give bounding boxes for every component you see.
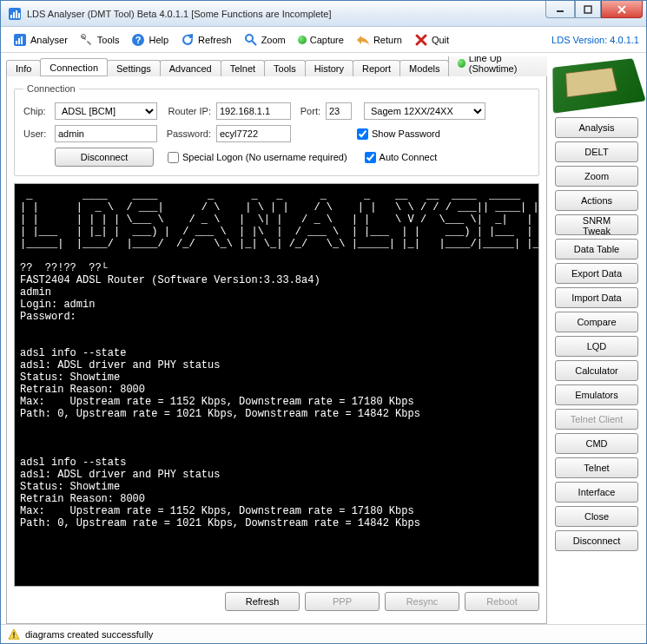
capture-icon [298,36,307,44]
quit-button[interactable]: Quit [409,30,454,49]
connection-legend: Connection [23,83,79,94]
svg-rect-9 [18,38,20,44]
side-cmd[interactable]: CMD [555,433,638,454]
svg-point-14 [246,35,253,42]
side-lqd[interactable]: LQD [555,336,638,357]
quit-icon [414,33,428,47]
side-compare[interactable]: Compare [555,312,638,332]
side-disconnect[interactable]: Disconnect [555,530,638,551]
side-telnet[interactable]: Telnet [555,457,638,478]
router-label: Router IP: [162,106,211,116]
side-export[interactable]: Export Data [555,263,638,284]
refresh-icon [181,33,195,47]
svg-rect-1 [10,15,12,18]
chip-label: Chip: [23,106,50,116]
side-calculator[interactable]: Calculator [555,360,638,381]
side-datatable[interactable]: Data Table [555,239,638,260]
return-button[interactable]: Return [351,30,407,49]
tab-advanced[interactable]: Advanced [160,60,221,76]
tab-models[interactable]: Models [399,60,449,76]
side-actions[interactable]: Actions [555,190,638,211]
password-input[interactable] [216,125,291,142]
analyser-button[interactable]: Analyser [8,30,73,49]
side-interface[interactable]: Interface [555,482,638,503]
side-close[interactable]: Close [555,506,638,527]
connection-group: Connection Chip: ADSL [BCM] Router IP: P… [14,83,539,176]
zoom-icon [244,33,258,47]
side-snrm[interactable]: SNRM Tweak [555,214,638,235]
capture-button[interactable]: Capture [293,32,349,48]
ppp-button[interactable]: PPP [305,592,380,611]
svg-line-15 [252,41,256,45]
side-emulators[interactable]: Emulators [555,384,638,405]
toolbar: Analyser Tools ?Help Refresh Zoom Captur… [1,27,646,53]
help-button[interactable]: ?Help [126,30,174,49]
wrench-icon [80,33,94,47]
status-text: diagrams created successfully [25,629,153,640]
status-dot-icon [458,59,465,68]
refresh-button[interactable]: Refresh [175,30,237,49]
tab-telnet[interactable]: Telnet [221,60,265,76]
svg-rect-4 [18,13,20,18]
model-select[interactable]: Sagem 12XX/24XX [364,102,485,120]
sidebar: Analysis DELT Zoom Actions SNRM Tweak Da… [552,56,641,624]
side-zoom[interactable]: Zoom [555,166,638,187]
user-label: User: [23,128,50,139]
svg-rect-5 [557,10,564,12]
window-title: LDS Analyser (DMT Tool) Beta 4.0.1.1 [So… [27,9,545,19]
reboot-button[interactable]: Reboot [465,592,539,611]
tab-history[interactable]: History [305,60,353,76]
tools-button[interactable]: Tools [75,30,125,49]
warning-icon [8,628,20,641]
version-label: LDS Version: 4.0.1.1 [551,35,639,45]
tab-connection[interactable]: Connection [40,58,108,76]
svg-rect-10 [21,36,23,44]
help-icon: ? [131,33,145,47]
side-analysis[interactable]: Analysis [555,117,638,138]
port-input[interactable] [326,102,352,120]
tab-tools[interactable]: Tools [264,60,306,76]
close-button[interactable] [601,1,643,18]
svg-rect-17 [13,636,14,637]
terminal-output[interactable]: _ ____ ____ _ _ _ _ _ __ __ ____ _____ _… [14,183,539,587]
maximize-button[interactable] [575,1,601,18]
router-ip-input[interactable] [216,102,291,120]
show-password-checkbox[interactable]: Show Password [357,128,440,140]
zoom-button[interactable]: Zoom [239,30,291,49]
port-label: Port: [296,106,320,116]
svg-rect-8 [16,41,17,44]
svg-rect-6 [584,6,591,13]
user-input[interactable] [55,125,157,142]
bottom-buttons: Refresh PPP Resync Reboot [14,587,539,616]
side-telnet-client[interactable]: Telnet Client [555,409,638,430]
titlebar: LDS Analyser (DMT Tool) Beta 4.0.1.1 [So… [1,1,646,27]
minimize-button[interactable] [545,1,575,18]
tab-report[interactable]: Report [353,60,400,76]
chart-icon [13,33,27,47]
resync-button[interactable]: Resync [385,592,459,611]
pcb-image [552,58,645,114]
tab-lineup[interactable]: Line Up (Showtime) [448,56,547,76]
tab-info[interactable]: Info [6,60,41,76]
tab-bar: Info Connection Settings Advanced Telnet… [6,56,547,76]
chip-select[interactable]: ADSL [BCM] [55,102,157,120]
disconnect-button[interactable]: Disconnect [55,148,154,167]
svg-text:?: ? [135,35,142,45]
return-icon [356,33,370,47]
svg-rect-2 [13,12,15,18]
app-icon [8,7,22,21]
auto-connect-checkbox[interactable]: Auto Connect [365,152,438,163]
side-delt[interactable]: DELT [555,141,638,162]
password-label: Password: [162,128,211,139]
special-logon-checkbox[interactable]: Special Logon (No username required) [168,152,347,163]
refresh-bottom-button[interactable]: Refresh [225,592,300,611]
tab-settings[interactable]: Settings [107,60,161,76]
status-bar: diagrams created successfully [1,624,646,643]
svg-rect-16 [13,632,14,635]
svg-rect-3 [16,10,17,18]
side-import[interactable]: Import Data [555,287,638,308]
